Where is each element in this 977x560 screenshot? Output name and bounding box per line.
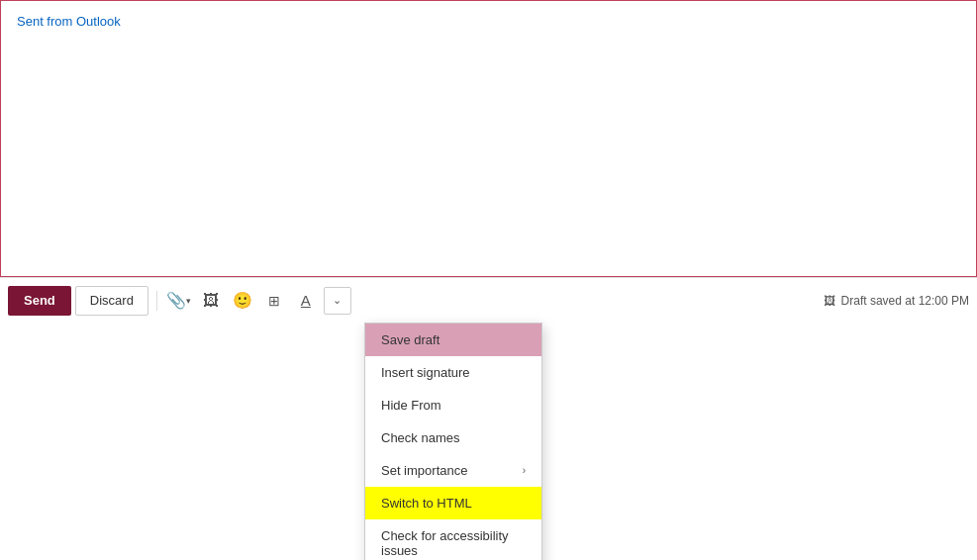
attach-arrow-icon: ▾ xyxy=(186,296,191,306)
format-button[interactable]: A xyxy=(292,287,320,315)
dropdown-item-label-2: Hide From xyxy=(381,398,441,413)
dropdown-item-3[interactable]: Check names xyxy=(365,421,541,454)
emoji-icon: 🙂 xyxy=(233,291,252,310)
emoji-button[interactable]: 🙂 xyxy=(229,287,256,315)
more-options-button[interactable]: ⌄ xyxy=(324,287,351,315)
compose-area: Sent from Outlook xyxy=(0,0,977,277)
send-button[interactable]: Send xyxy=(8,286,71,316)
format-icon: A xyxy=(301,292,311,309)
toolbar-separator-1 xyxy=(156,291,157,311)
dropdown-item-1[interactable]: Insert signature xyxy=(365,356,541,389)
insert-button[interactable]: ⊞ xyxy=(260,287,288,315)
toolbar: Send Discard 📎 ▾ 🖼 🙂 ⊞ A ⌄ 🖼 xyxy=(0,277,977,323)
dropdown-item-5[interactable]: Switch to HTML xyxy=(365,487,541,519)
dropdown-item-4[interactable]: Set importance› xyxy=(365,454,541,487)
attach-icon: 📎 xyxy=(166,291,186,310)
dropdown-item-label-5: Switch to HTML xyxy=(381,496,472,511)
submenu-arrow-icon: › xyxy=(523,465,526,476)
dropdown-item-label-1: Insert signature xyxy=(381,365,470,380)
signature-text: Sent from Outlook xyxy=(17,14,121,29)
attach-button[interactable]: 📎 ▾ xyxy=(165,287,193,315)
toolbar-wrapper: Send Discard 📎 ▾ 🖼 🙂 ⊞ A ⌄ 🖼 xyxy=(0,277,977,323)
dropdown-item-label-4: Set importance xyxy=(381,463,467,478)
insert-icon: ⊞ xyxy=(268,293,280,309)
image-button[interactable]: 🖼 xyxy=(197,287,225,315)
dropdown-item-2[interactable]: Hide From xyxy=(365,389,541,421)
draft-status: 🖼 Draft saved at 12:00 PM xyxy=(824,294,969,308)
dropdown-item-label-6: Check for accessibility issues xyxy=(381,528,526,558)
dropdown-item-6[interactable]: Check for accessibility issues xyxy=(365,519,541,560)
dropdown-item-label-3: Check names xyxy=(381,430,459,445)
discard-button[interactable]: Discard xyxy=(75,286,148,316)
image-icon: 🖼 xyxy=(203,292,219,310)
dropdown-menu: Save draftInsert signatureHide FromCheck… xyxy=(364,323,542,560)
dropdown-item-label-0: Save draft xyxy=(381,332,440,347)
chevron-down-icon: ⌄ xyxy=(333,294,342,307)
draft-icon: 🖼 xyxy=(824,294,835,308)
draft-status-text: Draft saved at 12:00 PM xyxy=(841,294,969,308)
dropdown-item-0[interactable]: Save draft xyxy=(365,324,541,356)
